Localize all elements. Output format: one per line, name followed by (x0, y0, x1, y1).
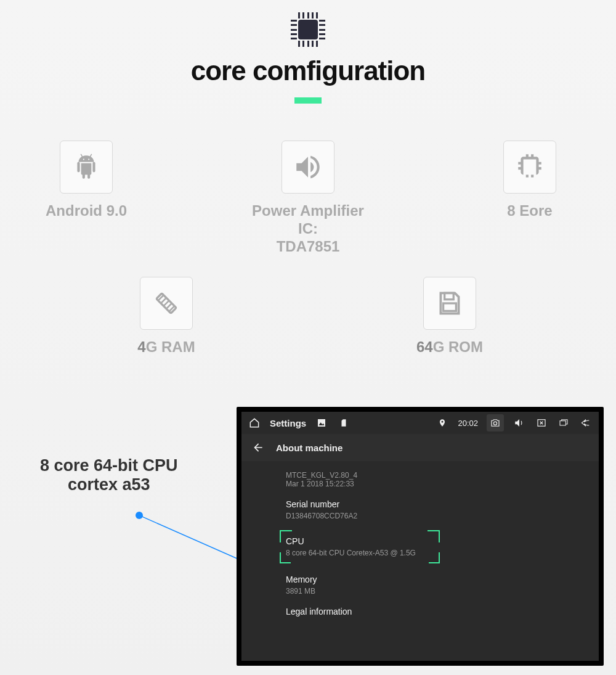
version-block[interactable]: MTCE_KGL_V2.80_4 Mar 1 2018 15:22:33 (286, 466, 599, 494)
cpu-value: 8 core 64-bit CPU Coretex-A53 @ 1.5G (286, 549, 434, 557)
svg-rect-7 (444, 303, 456, 311)
close-app-icon[interactable] (535, 416, 548, 430)
statusbar-time: 20:02 (458, 419, 478, 428)
spec-rom: 64G ROM (388, 277, 511, 356)
camera-icon[interactable] (487, 414, 504, 432)
legal-block[interactable]: Legal information (286, 602, 599, 625)
spec-label: 4G RAM (137, 338, 195, 356)
home-icon[interactable] (248, 416, 261, 430)
svg-rect-13 (560, 421, 565, 425)
callout-line1: 8 core 64-bit CPU (40, 456, 178, 475)
memory-block[interactable]: Memory 3891 MB (286, 570, 599, 602)
svg-line-2 (161, 298, 166, 304)
spec-android: Android 9.0 (25, 141, 148, 255)
volume-icon[interactable] (513, 416, 526, 430)
location-icon[interactable] (436, 416, 449, 430)
callout-dot (136, 512, 143, 519)
spec-label: Android 9.0 (46, 202, 127, 220)
recent-apps-icon[interactable] (557, 416, 570, 430)
ram-icon (140, 277, 193, 330)
device-screenshot: Settings 20:02 About machine MTCE_KGL_V2… (237, 407, 604, 666)
page-subheader: About machine (241, 434, 599, 461)
svg-line-8 (139, 515, 244, 562)
spec-label: Power Amplifier IC: TDA7851 (246, 202, 370, 255)
android-icon (60, 141, 113, 194)
svg-rect-6 (445, 293, 454, 300)
subheader-title: About machine (276, 443, 342, 453)
spec-amplifier: Power Amplifier IC: TDA7851 (246, 141, 370, 255)
storage-icon (423, 277, 476, 330)
spec-cores: 8 Eore (468, 141, 591, 255)
svg-point-11 (493, 422, 496, 425)
callout-line2: cortex a53 (40, 475, 178, 494)
serial-block[interactable]: Serial number D13846708CCD76A2 (286, 494, 599, 526)
spec-ram: 4G RAM (105, 277, 228, 356)
back-arrow-icon[interactable] (251, 441, 265, 454)
cpu-highlight-frame: CPU 8 core 64-bit CPU Coretex-A53 @ 1.5G (280, 530, 440, 563)
cpu-chip-icon (503, 141, 556, 194)
sd-card-icon[interactable] (337, 416, 351, 430)
back-icon[interactable] (579, 416, 593, 430)
status-bar: Settings 20:02 (241, 412, 599, 434)
svg-line-3 (164, 301, 169, 306)
statusbar-title: Settings (270, 418, 306, 428)
cpu-title: CPU (286, 536, 434, 546)
spec-label: 8 Eore (507, 202, 552, 220)
picture-icon[interactable] (315, 416, 328, 430)
cpu-callout: 8 core 64-bit CPU cortex a53 (40, 456, 178, 494)
svg-rect-9 (318, 419, 325, 427)
page-title: core comfiguration (0, 55, 616, 86)
svg-line-4 (166, 303, 172, 309)
speaker-icon (282, 141, 334, 194)
title-underline (294, 97, 322, 104)
spec-label: 64G ROM (416, 338, 483, 356)
cpu-chip-icon (291, 12, 325, 47)
